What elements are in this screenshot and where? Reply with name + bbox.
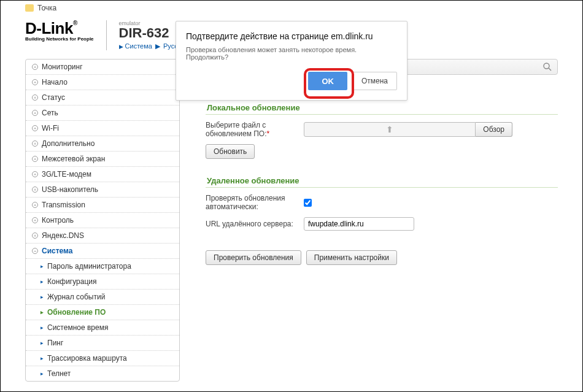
bullet-icon: + (32, 79, 38, 85)
sidebar-sub-traceroute[interactable]: ▸Трассировка маршрута (26, 351, 179, 366)
bullet-icon: + (32, 171, 38, 177)
auto-check-label: Проверять обновления автоматически: (206, 194, 298, 211)
chevron-right-icon: ▸ (41, 340, 44, 346)
folder-label: Точка (37, 4, 56, 12)
file-choose-label: Выберите файл с обновлением ПО:* (206, 121, 298, 138)
chevron-right-icon: ▸ (41, 355, 44, 361)
bullet-icon: + (32, 64, 38, 70)
update-button[interactable]: Обновить (206, 144, 255, 159)
apply-settings-button[interactable]: Применить настройки (306, 250, 397, 265)
file-input[interactable]: ⬆ Обзор (304, 122, 512, 137)
sidebar-item-status[interactable]: +Статус (26, 90, 179, 106)
dialog-ok-button[interactable]: OK (308, 72, 347, 90)
sidebar-sub-config[interactable]: ▸Конфигурация (26, 274, 179, 290)
sidebar-sub-firmware[interactable]: ▸Обновление ПО (26, 305, 179, 320)
bullet-icon: + (32, 94, 38, 101)
bullet-icon: + (32, 110, 38, 116)
logo: D-Link® Building Networks for People (25, 20, 94, 42)
sidebar-item-monitoring[interactable]: +Мониторинг (26, 60, 179, 75)
confirm-dialog: Подтвердите действие на странице em.dlin… (176, 21, 407, 101)
section-local-update: Локальное обновление (206, 103, 558, 115)
bullet-icon: + (32, 217, 38, 223)
auto-check-checkbox[interactable] (304, 199, 312, 207)
logo-tagline: Building Networks for People (25, 36, 94, 42)
bullet-icon: + (32, 140, 38, 147)
svg-line-1 (549, 68, 551, 71)
sidebar-item-firewall[interactable]: +Межсетевой экран (26, 152, 179, 167)
sidebar-item-yandexdns[interactable]: +Яндекс.DNS (26, 228, 179, 244)
chevron-right-icon: ▸ (41, 279, 44, 285)
sidebar-item-advanced[interactable]: +Дополнительно (26, 136, 179, 152)
bullet-icon: + (32, 233, 38, 239)
check-updates-button[interactable]: Проверить обновления (206, 250, 301, 265)
sidebar-sub-log[interactable]: ▸Журнал событий (26, 290, 179, 305)
chevron-right-icon: ▸ (41, 263, 44, 269)
svg-point-0 (544, 63, 549, 69)
sidebar-item-network[interactable]: +Сеть (26, 106, 179, 121)
sidebar-item-start[interactable]: +Начало (26, 75, 179, 90)
sidebar: +Мониторинг +Начало +Статус +Сеть +Wi-Fi… (25, 59, 180, 382)
breadcrumb-system[interactable]: Система (125, 42, 152, 50)
dialog-cancel-button[interactable]: Отмена (352, 72, 397, 90)
bullet-icon: + (32, 125, 38, 131)
model-name: DIR-632 (119, 26, 178, 40)
sidebar-sub-password[interactable]: ▸Пароль администратора (26, 259, 179, 274)
sidebar-item-3glte[interactable]: +3G/LTE-модем (26, 167, 179, 182)
bullet-icon: + (32, 156, 38, 162)
section-remote-update: Удаленное обновление (206, 176, 558, 188)
folder-bar: Точка (1, 1, 582, 15)
sidebar-sub-ping[interactable]: ▸Пинг (26, 336, 179, 351)
dialog-title: Подтвердите действие на странице em.dlin… (186, 31, 397, 41)
dialog-message: Проверка обновления может занять некотор… (186, 46, 397, 61)
model-block: emulator DIR-632 ▶Система ▶ Русс (119, 20, 178, 50)
chevron-right-icon: ▸ (41, 371, 44, 377)
url-field-label: URL удалённого сервера: (206, 220, 298, 228)
sidebar-sub-telnet[interactable]: ▸Телнет (26, 366, 179, 381)
chevron-right-icon: ▸ (41, 325, 44, 331)
sidebar-item-wifi[interactable]: +Wi-Fi (26, 121, 179, 136)
sidebar-item-control[interactable]: +Контроль (26, 213, 179, 228)
bullet-icon: − (32, 248, 38, 254)
chevron-right-icon: ▸ (41, 294, 44, 300)
bullet-icon: + (32, 186, 38, 193)
upload-icon: ⬆ (304, 122, 476, 137)
search-icon (542, 62, 552, 72)
breadcrumb: ▶Система ▶ Русс (119, 42, 178, 50)
bullet-icon: + (32, 202, 38, 208)
sidebar-item-usb[interactable]: +USB-накопитель (26, 182, 179, 198)
logo-brand: D-Link® (25, 20, 94, 36)
sidebar-sub-time[interactable]: ▸Системное время (26, 320, 179, 336)
url-input[interactable] (304, 217, 414, 231)
folder-icon (25, 4, 34, 12)
sidebar-item-system[interactable]: −Система (26, 244, 179, 259)
browse-button[interactable]: Обзор (476, 122, 512, 137)
sidebar-item-transmission[interactable]: +Transmission (26, 198, 179, 213)
main-content: Система / Обновление ПО Локальное обновл… (190, 59, 558, 382)
chevron-right-icon: ▸ (41, 309, 44, 315)
